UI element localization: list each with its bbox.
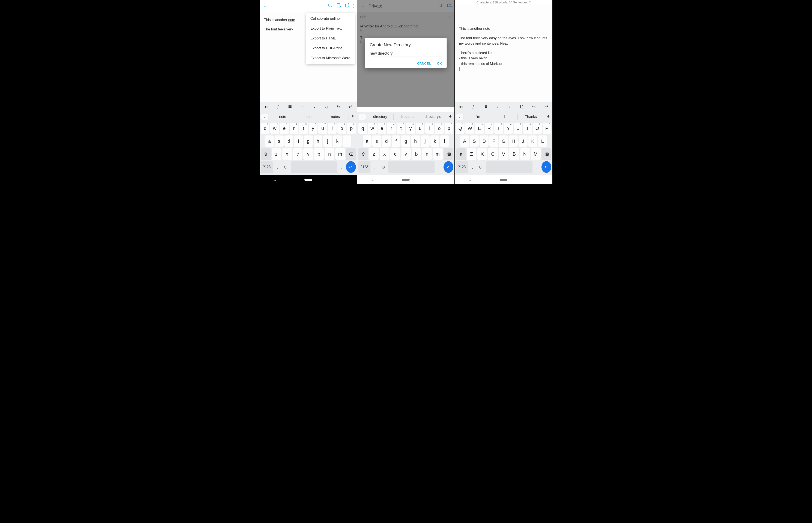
key-o[interactable]: o9 xyxy=(338,123,346,134)
key-o[interactable]: o9 xyxy=(435,123,444,134)
confirm-key[interactable] xyxy=(444,161,453,173)
key-d[interactable]: d xyxy=(382,136,391,147)
menu-item-export-html[interactable]: Export to HTML xyxy=(306,33,355,43)
key-t[interactable]: t5 xyxy=(397,123,405,134)
enter-key[interactable] xyxy=(346,161,356,173)
key-p[interactable]: P0 xyxy=(543,123,551,134)
key-u[interactable]: U7 xyxy=(513,123,522,134)
key-l[interactable]: l xyxy=(440,136,449,147)
period-key[interactable]: . xyxy=(534,161,540,173)
suggestion-word[interactable]: note I xyxy=(296,114,322,120)
key-u[interactable]: u7 xyxy=(318,123,327,134)
key-a[interactable]: a xyxy=(363,136,372,147)
key-n[interactable]: n xyxy=(422,148,432,160)
period-key[interactable]: . xyxy=(436,161,442,173)
suggestion-word[interactable]: I xyxy=(491,114,518,120)
key-c[interactable]: c xyxy=(293,148,303,160)
shift-key[interactable] xyxy=(261,148,271,160)
key-h[interactable]: h xyxy=(411,136,420,147)
suggestion-word[interactable]: note xyxy=(270,114,296,120)
key-l[interactable]: L xyxy=(538,136,547,147)
format-copy-button[interactable] xyxy=(321,105,333,110)
key-t[interactable]: T5 xyxy=(494,123,503,134)
key-r[interactable]: r4 xyxy=(290,123,299,134)
comma-key[interactable]: , xyxy=(274,161,281,173)
mic-icon[interactable] xyxy=(544,114,553,120)
nav-back-icon[interactable]: ⌄ xyxy=(274,178,276,182)
key-d[interactable]: d xyxy=(285,136,293,147)
emoji-key[interactable]: ☺ xyxy=(477,161,485,173)
shift-key[interactable] xyxy=(358,148,368,160)
key-j[interactable]: j xyxy=(323,136,332,147)
emoji-key[interactable]: ☺ xyxy=(282,161,290,173)
key-b[interactable]: B xyxy=(509,148,519,160)
key-a[interactable]: a xyxy=(265,136,274,147)
key-y[interactable]: y6 xyxy=(406,123,415,134)
key-o[interactable]: O9 xyxy=(533,123,542,134)
key-i[interactable]: I8 xyxy=(523,123,532,134)
directory-name-input[interactable]: new directory xyxy=(370,51,442,57)
menu-item-export-pdf[interactable]: Export to PDF/Print xyxy=(306,43,355,53)
key-z[interactable]: z xyxy=(369,148,379,160)
key-v[interactable]: V xyxy=(499,148,508,160)
suggestion-word[interactable]: I'm xyxy=(465,114,491,120)
format-redo-button[interactable] xyxy=(345,104,357,110)
key-e[interactable]: E3 xyxy=(475,123,484,134)
key-q[interactable]: q1 xyxy=(261,123,270,134)
expand-suggestions-button[interactable]: › xyxy=(359,114,366,120)
numeric-key[interactable]: ?123 xyxy=(358,161,371,173)
format-italic-button[interactable]: I xyxy=(467,105,479,110)
key-j[interactable]: j xyxy=(421,136,430,147)
external-link-icon[interactable] xyxy=(345,3,349,9)
space-key[interactable] xyxy=(486,161,533,173)
shift-key-active[interactable] xyxy=(456,148,466,160)
backspace-key[interactable] xyxy=(346,148,356,160)
nav-back-icon[interactable]: ⌄ xyxy=(469,178,472,182)
suggestion-word[interactable]: Thanks xyxy=(518,114,544,120)
key-t[interactable]: t5 xyxy=(299,123,308,134)
key-h[interactable]: h xyxy=(313,136,322,147)
numeric-key[interactable]: ?123 xyxy=(261,161,273,173)
key-w[interactable]: w2 xyxy=(368,123,377,134)
key-d[interactable]: D xyxy=(480,136,488,147)
key-l[interactable]: l xyxy=(343,136,351,147)
menu-item-export-word[interactable]: Export to Microsoft Word xyxy=(306,53,355,63)
key-g[interactable]: g xyxy=(401,136,410,147)
key-x[interactable]: X xyxy=(477,148,487,160)
key-p[interactable]: p0 xyxy=(445,123,453,134)
suggestion-word[interactable]: directory xyxy=(367,114,394,120)
period-key[interactable]: . xyxy=(338,161,345,173)
format-undo-button[interactable] xyxy=(332,104,345,110)
key-f[interactable]: f xyxy=(294,136,303,147)
emoji-key[interactable]: ☺ xyxy=(379,161,387,173)
key-m[interactable]: M xyxy=(531,148,541,160)
key-p[interactable]: p0 xyxy=(347,123,356,134)
key-s[interactable]: s xyxy=(275,136,284,147)
key-m[interactable]: m xyxy=(433,148,443,160)
key-x[interactable]: x xyxy=(380,148,390,160)
key-a[interactable]: A xyxy=(460,136,469,147)
search-icon[interactable] xyxy=(328,3,332,9)
key-f[interactable]: f xyxy=(392,136,400,147)
key-i[interactable]: i8 xyxy=(425,123,434,134)
key-m[interactable]: m xyxy=(335,148,345,160)
backspace-key[interactable] xyxy=(541,148,551,160)
backspace-key[interactable] xyxy=(444,148,453,160)
editor-area[interactable]: This is another note The font feels very… xyxy=(455,4,553,102)
nav-home-icon[interactable] xyxy=(500,179,507,181)
key-h[interactable]: H xyxy=(509,136,518,147)
ok-button[interactable]: OK xyxy=(437,61,442,65)
key-u[interactable]: u7 xyxy=(416,123,425,134)
key-r[interactable]: r4 xyxy=(387,123,396,134)
new-note-icon[interactable] xyxy=(336,3,341,9)
key-b[interactable]: b xyxy=(412,148,421,160)
key-x[interactable]: x xyxy=(282,148,292,160)
key-w[interactable]: w2 xyxy=(270,123,279,134)
key-e[interactable]: e3 xyxy=(378,123,386,134)
enter-key[interactable] xyxy=(541,161,551,173)
key-v[interactable]: v xyxy=(303,148,313,160)
cancel-button[interactable]: CANCEL xyxy=(417,61,431,65)
expand-suggestions-button[interactable]: › xyxy=(456,114,464,120)
comma-key[interactable]: , xyxy=(372,161,378,173)
key-q[interactable]: q1 xyxy=(358,123,367,134)
